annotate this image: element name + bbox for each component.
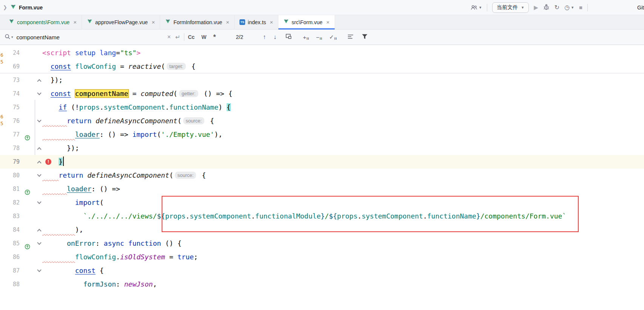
line-number[interactable]: 85 bbox=[0, 237, 20, 250]
code-line[interactable]: 24<script setup lang="ts"> bbox=[0, 46, 644, 60]
code-line[interactable]: 73 }); bbox=[0, 73, 644, 87]
code-line[interactable]: 86 flowConfig.isOldSystem = true; bbox=[0, 250, 644, 264]
editor-tab-bar: components\Form.vue×approveFlowPage.vue×… bbox=[0, 15, 644, 29]
divider bbox=[184, 33, 184, 41]
code-line[interactable]: 78 }); bbox=[0, 141, 644, 155]
line-number[interactable]: 84 bbox=[0, 223, 20, 237]
tab-close-icon[interactable]: × bbox=[326, 19, 330, 25]
code-text: ), bbox=[42, 223, 83, 237]
filter-icon[interactable] bbox=[362, 34, 368, 40]
code-line[interactable]: 74 const componentName = computed(getter… bbox=[0, 87, 644, 101]
line-number[interactable]: 74 bbox=[0, 87, 20, 101]
open-in-find-window-icon[interactable] bbox=[286, 34, 292, 40]
line-number[interactable]: 79 bbox=[0, 155, 20, 169]
tab-close-icon[interactable]: × bbox=[226, 19, 229, 25]
select-all-occurrences-button[interactable]: ✓II bbox=[329, 34, 337, 40]
line-number[interactable]: 88 bbox=[0, 277, 20, 291]
code-token: ( bbox=[161, 62, 165, 70]
line-number[interactable]: 81 bbox=[0, 182, 20, 196]
vue-logo-icon bbox=[10, 4, 16, 11]
tab-close-icon[interactable]: × bbox=[270, 19, 273, 25]
tab-close-icon[interactable]: × bbox=[151, 19, 155, 25]
fold-expand-icon[interactable] bbox=[37, 91, 41, 95]
add-occurrence-button[interactable]: +II bbox=[303, 34, 309, 40]
fold-expand-icon[interactable] bbox=[37, 172, 41, 177]
fold-expand-icon[interactable] bbox=[37, 240, 41, 245]
chevron-down-icon: ▼ bbox=[571, 6, 574, 9]
regex-toggle[interactable]: * bbox=[213, 33, 216, 41]
line-number[interactable]: 78 bbox=[0, 141, 20, 155]
inlay-hint: getter: bbox=[179, 90, 198, 97]
code-line[interactable]: 87 const { bbox=[0, 264, 644, 277]
typescript-file-icon: TS bbox=[239, 19, 245, 25]
git-widget[interactable]: Git bbox=[637, 5, 644, 11]
fold-expand-icon[interactable] bbox=[37, 268, 41, 272]
search-options-icon[interactable] bbox=[347, 34, 354, 40]
run-configuration-dropdown[interactable]: 当前文件 ▼ bbox=[492, 2, 529, 13]
code-token: onError bbox=[67, 239, 96, 247]
code-line[interactable]: 75 if (!props.systemComponent.functionNa… bbox=[0, 101, 644, 114]
previous-occurrence-button[interactable]: ↑ bbox=[263, 34, 266, 40]
line-number[interactable]: 86 bbox=[0, 250, 20, 264]
code-token: flowConfig bbox=[75, 62, 116, 70]
code-editor[interactable]: 24<script setup lang="ts">69 const flowC… bbox=[0, 45, 644, 310]
line-number[interactable]: 77 bbox=[0, 128, 20, 141]
code-token: loader bbox=[75, 130, 100, 138]
code-line[interactable]: 77 loader: () => import('./Empty.vue'), bbox=[0, 128, 644, 141]
new-line-icon[interactable]: ↵ bbox=[175, 34, 180, 41]
editor-tab[interactable]: TSindex.ts× bbox=[235, 15, 278, 29]
match-case-toggle[interactable]: Cc bbox=[188, 34, 195, 40]
next-occurrence-button[interactable]: ↓ bbox=[273, 34, 276, 40]
profiler-dropdown-button[interactable]: ◷ ▼ bbox=[564, 4, 574, 11]
line-number[interactable]: 73 bbox=[0, 73, 20, 87]
code-line[interactable]: 88 formJson: newJson, bbox=[0, 277, 644, 291]
search-history-chevron-icon[interactable]: ▾ bbox=[11, 35, 13, 39]
search-icon[interactable] bbox=[5, 34, 11, 41]
line-number[interactable]: 80 bbox=[0, 169, 20, 182]
editor-tab[interactable]: FormInformation.vue× bbox=[160, 15, 235, 29]
code-line[interactable]: 80 return defineAsyncComponent(source: { bbox=[0, 169, 644, 182]
find-input[interactable]: ▾ componentName × bbox=[5, 34, 171, 41]
fold-collapse-icon[interactable] bbox=[37, 147, 41, 151]
code-line[interactable]: 85 onError: async function () { bbox=[0, 237, 644, 250]
fold-expand-icon[interactable] bbox=[37, 118, 41, 122]
code-text: import( bbox=[42, 196, 104, 209]
window-chevron-icon[interactable]: ❯ bbox=[3, 5, 7, 10]
line-number[interactable]: 87 bbox=[0, 264, 20, 277]
code-line[interactable]: 81 loader: () => bbox=[0, 182, 644, 196]
editor-tab[interactable]: components\Form.vue× bbox=[4, 15, 82, 29]
code-with-me-button[interactable]: ▼ bbox=[471, 5, 482, 11]
code-token: , bbox=[153, 280, 157, 288]
line-number[interactable]: 83 bbox=[0, 209, 20, 223]
code-line[interactable]: 79! } bbox=[0, 155, 644, 169]
users-icon bbox=[471, 5, 477, 11]
code-line[interactable]: 76 return defineAsyncComponent(source: { bbox=[0, 114, 644, 128]
text-cursor bbox=[63, 157, 64, 166]
code-line[interactable]: 82 import( bbox=[0, 196, 644, 209]
tab-close-icon[interactable]: × bbox=[73, 19, 77, 25]
line-number[interactable]: 82 bbox=[0, 196, 20, 209]
fold-collapse-icon[interactable] bbox=[37, 161, 41, 165]
title-bar: ❯ Form.vue ▼ 当前文件 ▼ ▶ ↻ ◷ ▼ ■ Git bbox=[0, 0, 644, 15]
coverage-button[interactable]: ↻ bbox=[554, 4, 559, 11]
code-line[interactable]: 83 `./../../../views/${props.systemCompo… bbox=[0, 209, 644, 223]
run-button[interactable]: ▶ bbox=[534, 4, 538, 11]
find-query-text[interactable]: componentName bbox=[17, 34, 60, 40]
code-token: computed bbox=[141, 90, 173, 98]
debug-button[interactable] bbox=[543, 4, 550, 11]
code-text: return defineAsyncComponent(source: { bbox=[42, 169, 206, 182]
remove-occurrence-button[interactable]: −II bbox=[316, 34, 323, 40]
fold-collapse-icon[interactable] bbox=[37, 229, 41, 233]
fold-collapse-icon[interactable] bbox=[37, 79, 41, 83]
clear-search-icon[interactable]: × bbox=[167, 34, 171, 40]
code-line[interactable]: 69 const flowConfig = reactive(target: { bbox=[0, 60, 644, 73]
fold-expand-icon[interactable] bbox=[37, 200, 41, 204]
code-line[interactable]: 84 ), bbox=[0, 223, 644, 237]
vue-file-icon bbox=[9, 19, 14, 25]
whole-words-toggle[interactable]: W bbox=[201, 34, 206, 40]
code-token: `./../../../views/ bbox=[83, 212, 157, 220]
stop-button[interactable]: ■ bbox=[579, 4, 582, 11]
editor-tab[interactable]: src\Form.vue× bbox=[278, 15, 335, 29]
editor-tab[interactable]: approveFlowPage.vue× bbox=[82, 15, 160, 29]
line-number[interactable]: 75 bbox=[0, 101, 20, 114]
